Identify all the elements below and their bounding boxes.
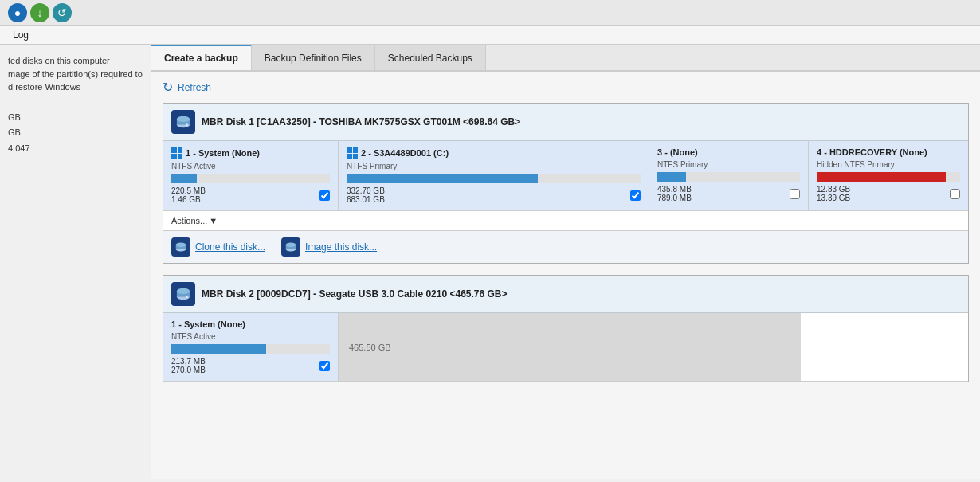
clone-icon [171, 237, 190, 257]
disk1-p4-progress-bar [817, 172, 946, 182]
refresh-button[interactable]: Refresh [178, 82, 211, 93]
actions-chevron-icon: ▼ [209, 216, 218, 225]
disk1-p3-type: NTFS Primary [657, 160, 800, 169]
disk1-p4-type: Hidden NTFS Primary [817, 160, 960, 169]
svg-point-13 [186, 296, 188, 298]
disk1-p2-size-row: 332.70 GB 683.01 GB [347, 186, 641, 204]
disk1-p2-checkbox[interactable] [630, 190, 641, 201]
disk1-p1-checkbox-wrap [319, 190, 330, 201]
disk1-p1-type: NTFS Active [171, 162, 330, 170]
disk1-icon [171, 110, 195, 134]
actions-label: Actions... [171, 216, 207, 225]
svg-point-3 [186, 123, 188, 126]
disk2-box: MBR Disk 2 [0009DCD7] - Seagate USB 3.0 … [163, 275, 969, 382]
disk2-p1-type: NTFS Active [171, 332, 330, 341]
menu-log[interactable]: Log [8, 28, 33, 42]
disk1-p1-header: 1 - System (None) [171, 147, 330, 159]
actions-button[interactable]: Actions... ▼ [171, 216, 218, 225]
disk1-p4-size-row: 12.83 GB 13.39 GB [817, 185, 960, 202]
image-icon [281, 237, 300, 257]
disk1-partition-1: 1 - System (None) NTFS Active 220.5 MB 1… [163, 141, 339, 210]
disk1-p1-progress-wrap [171, 174, 330, 183]
disk2-p1-progress-wrap [171, 344, 330, 354]
disk2-p1-checkbox-wrap [319, 361, 330, 371]
tabs: Create a backup Backup Definition Files … [151, 45, 980, 72]
disk1-p4-progress-wrap [817, 172, 960, 182]
disk1-actions-row: Actions... ▼ [163, 211, 968, 230]
disk1-partition-2: 2 - S3A4489D001 (C:) NTFS Primary 332.70… [339, 141, 649, 210]
disk1-p1-label: 1 - System (None) [186, 148, 260, 158]
disk1-p4-header: 4 - HDDRECOVERY (None) [817, 147, 960, 157]
sidebar-text: ted disks on this computer mage of the p… [8, 54, 143, 94]
sidebar-stats: GB GB 4,047 [8, 110, 143, 157]
disk1-p2-type: NTFS Primary [347, 162, 641, 170]
image-disk-label: Image this disk... [305, 241, 377, 253]
app-icon: ● [8, 3, 27, 22]
svg-point-6 [176, 242, 186, 247]
disk1-p2-label: 2 - S3A4489D001 (C:) [361, 148, 449, 158]
sidebar-line1: ted disks on this computer [8, 54, 143, 68]
disk1-p3-progress-wrap [657, 172, 800, 182]
sidebar: ted disks on this computer mage of the p… [0, 45, 151, 479]
tab-backup-definition[interactable]: Backup Definition Files [252, 45, 375, 70]
tab-scheduled-backups[interactable]: Scheduled Backups [375, 45, 486, 70]
disk1-p2-header: 2 - S3A4489D001 (C:) [347, 147, 641, 159]
windows-logo-icon [171, 147, 182, 159]
windows-logo-icon-2 [347, 147, 358, 159]
disk2-unallocated-label: 465.50 GB [349, 343, 391, 352]
disk2-title: MBR Disk 2 [0009DCD7] - Seagate USB 3.0 … [202, 288, 508, 300]
stat1: GB [8, 110, 143, 126]
svg-point-9 [286, 242, 296, 247]
disk2-icon [171, 282, 195, 306]
main-layout: ted disks on this computer mage of the p… [0, 45, 980, 479]
disk1-p3-label: 3 - (None) [657, 147, 698, 157]
disk1-p4-label: 4 - HDDRECOVERY (None) [817, 147, 927, 157]
disk1-p3-header: 3 - (None) [657, 147, 800, 157]
sidebar-line2: mage of the partition(s) required to [8, 68, 143, 81]
disk1-title: MBR Disk 1 [C1AA3250] - TOSHIBA MK7575GS… [202, 116, 520, 127]
disk1-p3-size-row: 435.8 MB 789.0 MB [657, 185, 800, 202]
menu-bar: Log [0, 26, 980, 45]
disk1-clone-image-row: Clone this disk... Image this disk... [163, 230, 968, 263]
disk2-partition-1: 1 - System (None) NTFS Active 213,7 MB 2… [163, 313, 339, 381]
disk1-p2-size: 332.70 GB 683.01 GB [347, 186, 627, 204]
disk1-p2-progress-bar [347, 174, 538, 183]
disk2-p1-progress-bar [171, 344, 266, 354]
disk1-p1-progress-bar [171, 174, 197, 183]
refresh-top-icon[interactable]: ↺ [53, 3, 72, 22]
tab-create-backup[interactable]: Create a backup [151, 45, 252, 70]
disk2-p1-label: 1 - System (None) [171, 319, 245, 329]
disk1-p2-checkbox-wrap [630, 190, 641, 201]
disk1-p3-checkbox-wrap [790, 189, 800, 199]
disk1-box: MBR Disk 1 [C1AA3250] - TOSHIBA MK7575GS… [163, 103, 969, 264]
svg-point-12 [177, 288, 190, 294]
content-area: Create a backup Backup Definition Files … [151, 45, 980, 479]
disk1-p1-size-row: 220.5 MB 1.46 GB [171, 186, 330, 204]
disk1-p4-checkbox-wrap [950, 189, 960, 199]
top-bar-icons: ● ↓ ↺ [8, 3, 72, 22]
inner-content: ↻ Refresh MBR Disk 1 [C1AA3250] - TOSHIB… [151, 72, 980, 402]
disk1-p4-size: 12.83 GB 13.39 GB [817, 185, 947, 202]
stat2: GB [8, 125, 143, 141]
disk1-p3-checkbox[interactable] [790, 189, 800, 199]
download-icon[interactable]: ↓ [30, 3, 49, 22]
disk1-p2-progress-wrap [347, 174, 641, 183]
disk1-partition-3: 3 - (None) NTFS Primary 435.8 MB 789.0 M… [649, 141, 809, 210]
disk1-p1-checkbox[interactable] [319, 190, 330, 201]
image-disk-link[interactable]: Image this disk... [281, 237, 377, 257]
disk2-unallocated: 465.50 GB [339, 313, 801, 381]
stat3: 4,047 [8, 141, 143, 157]
disk2-p1-checkbox[interactable] [319, 361, 330, 371]
clone-disk-label: Clone this disk... [195, 241, 265, 253]
disk1-p4-checkbox[interactable] [950, 189, 960, 199]
clone-disk-link[interactable]: Clone this disk... [171, 237, 265, 257]
disk1-p3-size: 435.8 MB 789.0 MB [657, 185, 786, 202]
disk2-header: MBR Disk 2 [0009DCD7] - Seagate USB 3.0 … [163, 276, 968, 313]
refresh-icon: ↻ [163, 80, 173, 95]
disk1-p3-progress-bar [657, 172, 686, 182]
disk1-partition-4: 4 - HDDRECOVERY (None) Hidden NTFS Prima… [809, 141, 968, 210]
disk1-p1-size: 220.5 MB 1.46 GB [171, 186, 316, 204]
disk1-header: MBR Disk 1 [C1AA3250] - TOSHIBA MK7575GS… [163, 104, 968, 141]
disk2-partitions-row: 1 - System (None) NTFS Active 213,7 MB 2… [163, 313, 968, 382]
disk2-p1-size: 213,7 MB 270.0 MB [171, 357, 316, 374]
